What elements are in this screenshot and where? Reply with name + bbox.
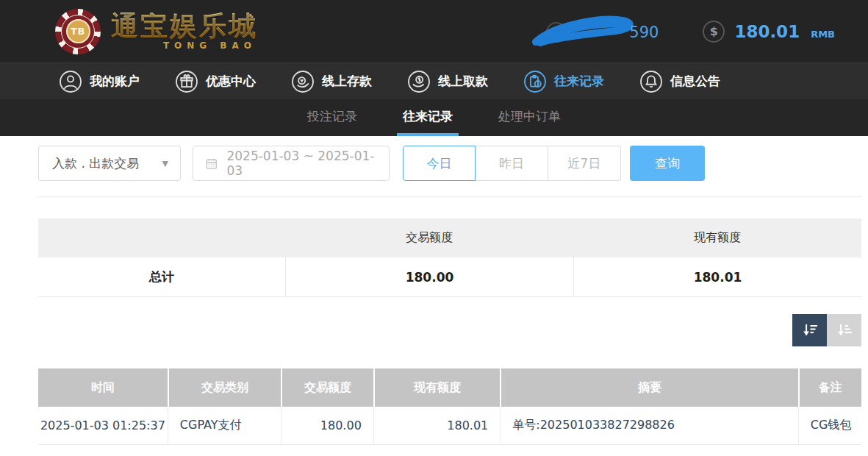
summary-header-empty: [38, 218, 285, 257]
header-note: 备注: [798, 368, 861, 407]
tab-processing-orders[interactable]: 处理中订单: [492, 99, 567, 136]
summary-header-balance: 现有额度: [573, 218, 861, 257]
sort-controls: [38, 314, 861, 346]
withdraw-icon: [407, 70, 431, 93]
username-visible-suffix: 590: [629, 24, 659, 41]
cell-amount: 180.00: [281, 407, 373, 444]
nav-item-withdraw[interactable]: 线上取款: [407, 70, 488, 93]
select-value: 入款 . 出款交易: [52, 155, 139, 172]
nav-label: 往来记录: [554, 73, 604, 90]
table-row: 2025-01-03 01:25:37 CGPAY支付 180.00 180.0…: [38, 407, 861, 445]
nav-item-promotions[interactable]: 优惠中心: [175, 70, 256, 93]
nav-item-my-account[interactable]: 我的账户: [59, 70, 140, 93]
casino-chip-icon: TB: [55, 9, 101, 54]
sort-ascending-icon: [836, 321, 853, 339]
top-header: TB 通宝娱乐城 TONG BAO 590 $ 180.01 RMB: [0, 0, 868, 63]
records-table: 时间 交易类别 交易额度 现有额度 摘要 备注 2025-01-03 01:25…: [38, 368, 861, 445]
tab-bet-records[interactable]: 投注记录: [301, 99, 363, 136]
nav-item-transaction-records[interactable]: 往来记录: [523, 70, 604, 93]
record-subtabs: 投注记录 往来记录 处理中订单: [0, 99, 868, 136]
header-balance: 现有额度: [373, 368, 500, 407]
username-area[interactable]: 590: [530, 13, 659, 51]
quick-date-buttons: 今日 昨日 近7日: [403, 146, 621, 181]
today-button[interactable]: 今日: [403, 146, 476, 181]
sort-descending-icon: [801, 321, 819, 339]
cell-balance: 180.01: [373, 407, 500, 444]
search-button[interactable]: 查询: [630, 146, 705, 181]
gift-icon: [175, 70, 198, 93]
summary-total-row: 总计 180.00 180.01: [38, 257, 861, 297]
filter-row: 入款 . 出款交易 ▼ 2025-01-03 ~ 2025-01-03 今日 昨…: [38, 146, 861, 181]
records-icon: [523, 70, 547, 93]
transaction-type-select[interactable]: 入款 . 出款交易 ▼: [38, 146, 181, 181]
main-navigation: 我的账户 优惠中心 线上存款 线上取款 往来记录: [0, 63, 868, 99]
records-header-row: 时间 交易类别 交易额度 现有额度 摘要 备注: [38, 368, 861, 407]
header-type: 交易类别: [168, 368, 281, 407]
summary-header-row: 交易额度 现有额度: [38, 218, 861, 257]
nav-label: 信息公告: [670, 73, 720, 90]
brand-logo[interactable]: TB 通宝娱乐城 TONG BAO: [55, 9, 258, 54]
brand-name-cn: 通宝娱乐城: [111, 13, 258, 40]
dollar-coin-icon: $: [703, 21, 725, 43]
date-range-value: 2025-01-03 ~ 2025-01-03: [226, 149, 377, 178]
nav-item-announcements[interactable]: 信息公告: [639, 70, 720, 93]
sort-descending-button[interactable]: [792, 314, 827, 346]
balance-currency: RMB: [811, 29, 835, 40]
deposit-icon: [291, 70, 315, 93]
summary-balance-total: 180.01: [573, 257, 861, 296]
nav-item-deposit[interactable]: 线上存款: [291, 70, 372, 93]
cell-summary: 单号:202501033827298826: [500, 407, 797, 444]
nav-label: 线上取款: [438, 73, 488, 90]
summary-trade-total: 180.00: [285, 257, 573, 296]
chevron-down-icon: ▼: [162, 159, 168, 168]
balance-amount: 180.01: [734, 22, 800, 41]
bell-icon: [639, 70, 663, 93]
nav-label: 线上存款: [322, 73, 372, 90]
header-amount: 交易额度: [281, 368, 373, 407]
calendar-icon: [205, 157, 218, 171]
cell-type: CGPAY支付: [168, 407, 281, 444]
last7days-button[interactable]: 近7日: [548, 146, 621, 181]
chip-label: TB: [66, 19, 90, 43]
summary-table: 交易额度 现有额度 总计 180.00 180.01: [38, 218, 861, 297]
date-range-picker[interactable]: 2025-01-03 ~ 2025-01-03: [193, 146, 390, 181]
nav-label: 我的账户: [90, 73, 140, 90]
redaction-scribble: [530, 15, 639, 48]
summary-header-trade: 交易额度: [285, 218, 573, 257]
filter-divider: [38, 196, 861, 197]
yesterday-button[interactable]: 昨日: [476, 146, 548, 181]
person-icon: [59, 70, 82, 93]
balance-display[interactable]: $ 180.01 RMB: [703, 21, 835, 43]
header-summary: 摘要: [500, 368, 797, 407]
header-time: 时间: [38, 368, 168, 407]
tab-transaction-records[interactable]: 往来记录: [397, 99, 459, 136]
cell-note: CG钱包: [798, 407, 861, 444]
content-area: 入款 . 出款交易 ▼ 2025-01-03 ~ 2025-01-03 今日 昨…: [38, 146, 861, 445]
summary-total-label: 总计: [38, 257, 285, 296]
nav-label: 优惠中心: [206, 73, 256, 90]
brand-name-en: TONG BAO: [163, 41, 258, 50]
cell-time: 2025-01-03 01:25:37: [38, 407, 168, 444]
sort-ascending-button[interactable]: [827, 314, 861, 346]
